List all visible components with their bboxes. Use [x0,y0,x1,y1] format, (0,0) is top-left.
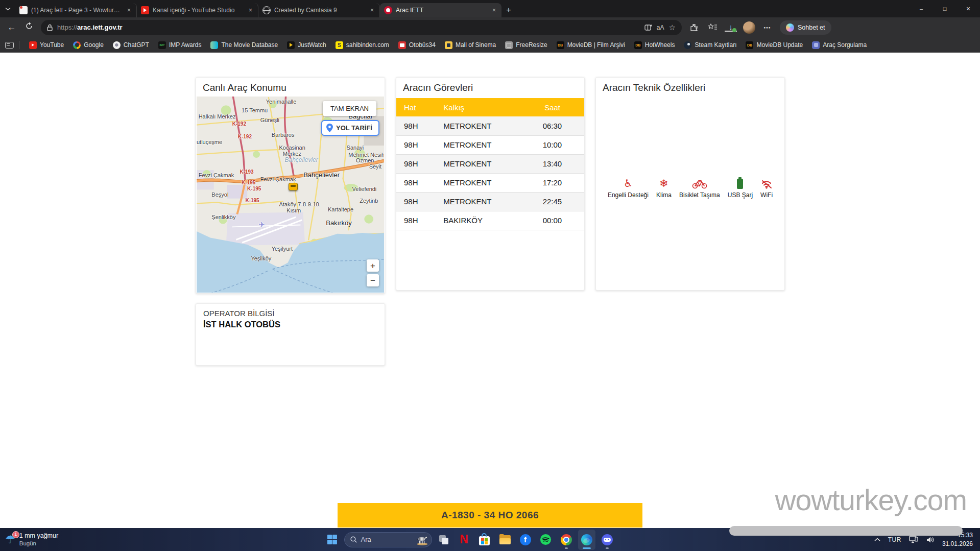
close-button[interactable]: × [957,0,980,17]
map[interactable]: Yenimahalle15 TemmuHalkalı MerkezGüneşli… [197,97,384,293]
bookmark-item[interactable]: Steam Kayıtları [679,39,741,51]
bookmark-item[interactable]: FreeResize [500,39,552,51]
tab-strip: (1) Araç İett - Page 3 - Wowturkey×Kanal… [0,0,980,17]
settings-more-icon[interactable]: ⋯ [761,23,774,32]
bicycle-icon [692,177,707,189]
network-display-icon[interactable] [909,536,919,543]
weather-widget[interactable]: ☂1 1 mm yağmur Bugün [0,532,58,547]
bookmark-item[interactable]: IMPIMP Awards [154,39,206,51]
spotify-taskbar-button[interactable] [537,530,554,550]
iett-favicon [384,6,392,14]
tab-strip-tabs: (1) Araç İett - Page 3 - Wowturkey×Kanal… [15,0,501,17]
horizontal-scrollbar[interactable] [729,526,963,536]
map-label: Bahçelievler [284,156,318,163]
facebook-taskbar-button[interactable]: f [516,530,534,550]
downloads-icon[interactable]: ↓ [725,23,737,32]
notification-badge: 1 [12,531,19,538]
bookmark-item[interactable]: DBMovieDB Update [741,39,807,51]
bookmark-item[interactable]: Araç Sorgulama [807,39,871,51]
translate-icon[interactable]: aA [657,24,664,31]
map-zoom-controls: + − [367,259,379,286]
map-label: Fevzi Çakmak [260,176,296,182]
tab-close-icon[interactable]: × [491,7,497,14]
bookmark-item[interactable]: DBMovieDB | Film Arşivi [552,39,630,51]
divider [19,41,19,49]
browser-tab[interactable]: Kanal içeriği - YouTube Studio× [137,3,258,17]
refresh-button[interactable] [23,22,35,33]
volume-icon[interactable] [926,536,935,543]
tab-title: (1) Araç İett - Page 3 - Wowturkey [31,7,122,14]
bookmark-label: ChatGPT [124,41,149,49]
tray-chevron-icon[interactable] [874,538,880,541]
split-screen-icon[interactable] [644,24,652,31]
fullscreen-button[interactable]: TAM EKRAN [323,101,376,116]
bookmark-label: The Movie Database [221,41,278,49]
map-label: K-192 [238,134,252,139]
map-label: ✈ [258,220,265,229]
bookmark-item[interactable]: Google [68,39,108,51]
tab-title: Arac IETT [396,7,487,14]
umbrella-icon: ☂1 [5,534,15,545]
bookmarks-panel-icon[interactable] [5,42,14,49]
browser-tab[interactable]: (1) Araç İett - Page 3 - Wowturkey× [15,3,137,17]
minimize-button[interactable]: – [910,0,933,17]
netflix-taskbar-button[interactable]: N [455,530,472,550]
back-button[interactable]: ← [6,22,17,33]
bookmark-item[interactable]: JustWatch [282,39,331,51]
favorite-star-icon[interactable]: ☆ [669,23,676,32]
bus-marker[interactable] [289,183,298,190]
tab-close-icon[interactable]: × [126,7,132,14]
window-controls: – □ × [910,0,980,17]
duty-row: 98HBAKIRKÖY00:00 [396,211,584,230]
copilot-button[interactable]: Sohbet et [780,20,831,35]
chrome-taskbar-button[interactable] [557,530,575,550]
tmdb-icon [210,41,218,49]
bookmark-item[interactable]: The Movie Database [206,39,282,51]
map-label: Yenimahalle [266,99,297,105]
directions-button[interactable]: YOL TARİFİ [321,120,379,136]
edge-taskbar-button[interactable] [578,530,595,550]
bookmark-item[interactable]: DBHotWheels [630,39,680,51]
browser-tab[interactable]: Created by Camtasia 9× [258,3,380,17]
new-tab-button[interactable]: + [501,3,516,17]
tab-search-chevron-icon[interactable] [0,0,15,17]
feature-label: Bisiklet Taşıma [679,191,720,199]
search-icon [350,536,356,543]
maximize-button[interactable]: □ [933,0,957,17]
feature-battery: USB Şarj [728,177,753,199]
zoom-in-button[interactable]: + [367,259,379,272]
map-label: Şenlikköy [211,214,235,220]
map-label: Zeytinb [360,198,378,204]
taskbar-search[interactable]: Ara [344,532,432,547]
bookmark-item[interactable]: YouTube [25,39,68,51]
db-icon: DB [746,41,753,49]
browser-tab[interactable]: Arac IETT× [380,3,501,17]
explorer-taskbar-button[interactable] [496,530,513,550]
start-button[interactable] [323,530,341,550]
favorites-bar-icon[interactable] [706,23,719,31]
taskbar-center: Ara Nf [323,528,615,551]
language-indicator[interactable]: TUR [888,536,901,543]
live-location-card: Canlı Araç Konumu [196,77,385,294]
bookmark-label: MovieDB | Film Arşivi [567,41,625,49]
search-highlight-zebra-image[interactable] [415,534,429,546]
discord-taskbar-button[interactable] [598,530,615,550]
bookmark-item[interactable]: ChatGPT [108,39,154,51]
weather-day: Bugün [19,540,58,547]
chatgpt-icon [113,41,121,49]
tab-close-icon[interactable]: × [247,7,254,14]
address-bar[interactable]: https://arac.iett.gov.tr aA ☆ [41,20,682,35]
zoom-out-button[interactable]: − [367,274,379,286]
bookmark-label: Araç Sorgulama [823,41,867,49]
taskview-taskbar-button[interactable] [435,530,452,550]
tab-close-icon[interactable]: × [369,7,375,14]
bookmark-item[interactable]: Otobüs34 [394,39,440,51]
file-explorer-icon [499,535,510,544]
extensions-icon[interactable] [688,23,700,32]
wowturkey-favicon [19,6,28,14]
bookmark-item[interactable]: Ssahibinden.com [331,39,394,51]
duties-card: Aracın Görevleri Hat Kalkış Saat 98HMETR… [396,77,585,291]
bookmark-item[interactable]: Mall of Sinema [440,39,500,51]
profile-avatar[interactable] [743,21,755,34]
store-taskbar-button[interactable] [475,530,493,550]
